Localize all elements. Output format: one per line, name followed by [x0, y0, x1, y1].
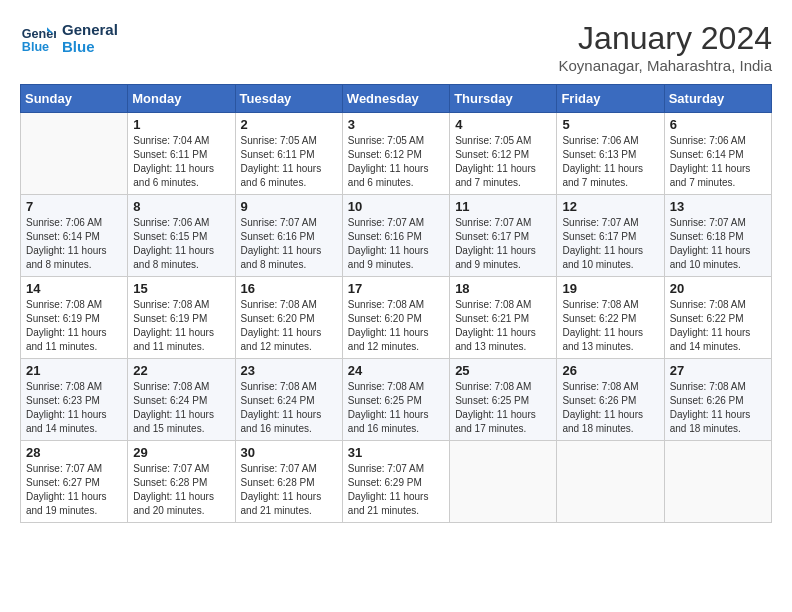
calendar-cell: 27Sunrise: 7:08 AM Sunset: 6:26 PM Dayli…	[664, 359, 771, 441]
calendar-body: 1Sunrise: 7:04 AM Sunset: 6:11 PM Daylig…	[21, 113, 772, 523]
day-info: Sunrise: 7:07 AM Sunset: 6:18 PM Dayligh…	[670, 216, 766, 272]
calendar-cell: 4Sunrise: 7:05 AM Sunset: 6:12 PM Daylig…	[450, 113, 557, 195]
day-info: Sunrise: 7:08 AM Sunset: 6:24 PM Dayligh…	[133, 380, 229, 436]
day-info: Sunrise: 7:07 AM Sunset: 6:28 PM Dayligh…	[241, 462, 337, 518]
logo-text-blue: Blue	[62, 38, 118, 55]
weekday-header: Thursday	[450, 85, 557, 113]
day-number: 7	[26, 199, 122, 214]
day-info: Sunrise: 7:07 AM Sunset: 6:16 PM Dayligh…	[348, 216, 444, 272]
weekday-header: Saturday	[664, 85, 771, 113]
day-number: 2	[241, 117, 337, 132]
day-info: Sunrise: 7:06 AM Sunset: 6:13 PM Dayligh…	[562, 134, 658, 190]
day-number: 15	[133, 281, 229, 296]
day-info: Sunrise: 7:06 AM Sunset: 6:14 PM Dayligh…	[26, 216, 122, 272]
calendar-title: January 2024	[559, 20, 772, 57]
day-number: 24	[348, 363, 444, 378]
calendar-cell: 20Sunrise: 7:08 AM Sunset: 6:22 PM Dayli…	[664, 277, 771, 359]
day-number: 28	[26, 445, 122, 460]
day-number: 1	[133, 117, 229, 132]
calendar-cell: 10Sunrise: 7:07 AM Sunset: 6:16 PM Dayli…	[342, 195, 449, 277]
day-number: 6	[670, 117, 766, 132]
calendar-cell: 12Sunrise: 7:07 AM Sunset: 6:17 PM Dayli…	[557, 195, 664, 277]
day-info: Sunrise: 7:08 AM Sunset: 6:26 PM Dayligh…	[670, 380, 766, 436]
day-number: 18	[455, 281, 551, 296]
day-info: Sunrise: 7:08 AM Sunset: 6:19 PM Dayligh…	[26, 298, 122, 354]
calendar-cell: 28Sunrise: 7:07 AM Sunset: 6:27 PM Dayli…	[21, 441, 128, 523]
day-number: 14	[26, 281, 122, 296]
calendar-cell: 25Sunrise: 7:08 AM Sunset: 6:25 PM Dayli…	[450, 359, 557, 441]
day-info: Sunrise: 7:04 AM Sunset: 6:11 PM Dayligh…	[133, 134, 229, 190]
calendar-cell: 11Sunrise: 7:07 AM Sunset: 6:17 PM Dayli…	[450, 195, 557, 277]
calendar-cell: 7Sunrise: 7:06 AM Sunset: 6:14 PM Daylig…	[21, 195, 128, 277]
day-info: Sunrise: 7:08 AM Sunset: 6:25 PM Dayligh…	[348, 380, 444, 436]
day-number: 4	[455, 117, 551, 132]
day-number: 3	[348, 117, 444, 132]
day-info: Sunrise: 7:08 AM Sunset: 6:26 PM Dayligh…	[562, 380, 658, 436]
logo-text-general: General	[62, 21, 118, 38]
calendar-cell: 14Sunrise: 7:08 AM Sunset: 6:19 PM Dayli…	[21, 277, 128, 359]
page-header: General Blue General Blue January 2024 K…	[20, 20, 772, 74]
day-number: 19	[562, 281, 658, 296]
calendar-cell: 8Sunrise: 7:06 AM Sunset: 6:15 PM Daylig…	[128, 195, 235, 277]
calendar-subtitle: Koynanagar, Maharashtra, India	[559, 57, 772, 74]
title-block: January 2024 Koynanagar, Maharashtra, In…	[559, 20, 772, 74]
day-number: 23	[241, 363, 337, 378]
calendar-cell: 17Sunrise: 7:08 AM Sunset: 6:20 PM Dayli…	[342, 277, 449, 359]
day-info: Sunrise: 7:05 AM Sunset: 6:12 PM Dayligh…	[455, 134, 551, 190]
weekday-header: Sunday	[21, 85, 128, 113]
calendar-week-row: 28Sunrise: 7:07 AM Sunset: 6:27 PM Dayli…	[21, 441, 772, 523]
logo-icon: General Blue	[20, 20, 56, 56]
calendar-table: SundayMondayTuesdayWednesdayThursdayFrid…	[20, 84, 772, 523]
day-info: Sunrise: 7:08 AM Sunset: 6:25 PM Dayligh…	[455, 380, 551, 436]
day-info: Sunrise: 7:07 AM Sunset: 6:27 PM Dayligh…	[26, 462, 122, 518]
calendar-header: SundayMondayTuesdayWednesdayThursdayFrid…	[21, 85, 772, 113]
day-info: Sunrise: 7:06 AM Sunset: 6:14 PM Dayligh…	[670, 134, 766, 190]
day-info: Sunrise: 7:05 AM Sunset: 6:11 PM Dayligh…	[241, 134, 337, 190]
calendar-cell: 16Sunrise: 7:08 AM Sunset: 6:20 PM Dayli…	[235, 277, 342, 359]
calendar-cell	[21, 113, 128, 195]
weekday-header: Monday	[128, 85, 235, 113]
day-info: Sunrise: 7:08 AM Sunset: 6:22 PM Dayligh…	[562, 298, 658, 354]
day-number: 12	[562, 199, 658, 214]
day-info: Sunrise: 7:07 AM Sunset: 6:17 PM Dayligh…	[562, 216, 658, 272]
calendar-cell: 29Sunrise: 7:07 AM Sunset: 6:28 PM Dayli…	[128, 441, 235, 523]
day-number: 17	[348, 281, 444, 296]
day-info: Sunrise: 7:07 AM Sunset: 6:28 PM Dayligh…	[133, 462, 229, 518]
day-number: 13	[670, 199, 766, 214]
calendar-cell: 26Sunrise: 7:08 AM Sunset: 6:26 PM Dayli…	[557, 359, 664, 441]
calendar-cell: 13Sunrise: 7:07 AM Sunset: 6:18 PM Dayli…	[664, 195, 771, 277]
day-number: 16	[241, 281, 337, 296]
calendar-cell: 15Sunrise: 7:08 AM Sunset: 6:19 PM Dayli…	[128, 277, 235, 359]
day-info: Sunrise: 7:08 AM Sunset: 6:19 PM Dayligh…	[133, 298, 229, 354]
day-number: 25	[455, 363, 551, 378]
day-number: 27	[670, 363, 766, 378]
day-number: 9	[241, 199, 337, 214]
day-info: Sunrise: 7:07 AM Sunset: 6:17 PM Dayligh…	[455, 216, 551, 272]
day-number: 5	[562, 117, 658, 132]
calendar-cell	[557, 441, 664, 523]
calendar-cell: 21Sunrise: 7:08 AM Sunset: 6:23 PM Dayli…	[21, 359, 128, 441]
day-info: Sunrise: 7:07 AM Sunset: 6:16 PM Dayligh…	[241, 216, 337, 272]
logo: General Blue General Blue	[20, 20, 118, 56]
day-info: Sunrise: 7:08 AM Sunset: 6:20 PM Dayligh…	[241, 298, 337, 354]
calendar-cell: 31Sunrise: 7:07 AM Sunset: 6:29 PM Dayli…	[342, 441, 449, 523]
day-info: Sunrise: 7:07 AM Sunset: 6:29 PM Dayligh…	[348, 462, 444, 518]
day-info: Sunrise: 7:08 AM Sunset: 6:22 PM Dayligh…	[670, 298, 766, 354]
day-number: 8	[133, 199, 229, 214]
weekday-header: Tuesday	[235, 85, 342, 113]
header-row: SundayMondayTuesdayWednesdayThursdayFrid…	[21, 85, 772, 113]
day-number: 21	[26, 363, 122, 378]
calendar-cell: 30Sunrise: 7:07 AM Sunset: 6:28 PM Dayli…	[235, 441, 342, 523]
weekday-header: Wednesday	[342, 85, 449, 113]
calendar-cell: 9Sunrise: 7:07 AM Sunset: 6:16 PM Daylig…	[235, 195, 342, 277]
calendar-cell	[664, 441, 771, 523]
day-number: 29	[133, 445, 229, 460]
calendar-cell: 3Sunrise: 7:05 AM Sunset: 6:12 PM Daylig…	[342, 113, 449, 195]
day-info: Sunrise: 7:08 AM Sunset: 6:20 PM Dayligh…	[348, 298, 444, 354]
calendar-cell: 18Sunrise: 7:08 AM Sunset: 6:21 PM Dayli…	[450, 277, 557, 359]
day-info: Sunrise: 7:06 AM Sunset: 6:15 PM Dayligh…	[133, 216, 229, 272]
day-info: Sunrise: 7:08 AM Sunset: 6:23 PM Dayligh…	[26, 380, 122, 436]
calendar-week-row: 14Sunrise: 7:08 AM Sunset: 6:19 PM Dayli…	[21, 277, 772, 359]
calendar-cell	[450, 441, 557, 523]
calendar-cell: 2Sunrise: 7:05 AM Sunset: 6:11 PM Daylig…	[235, 113, 342, 195]
